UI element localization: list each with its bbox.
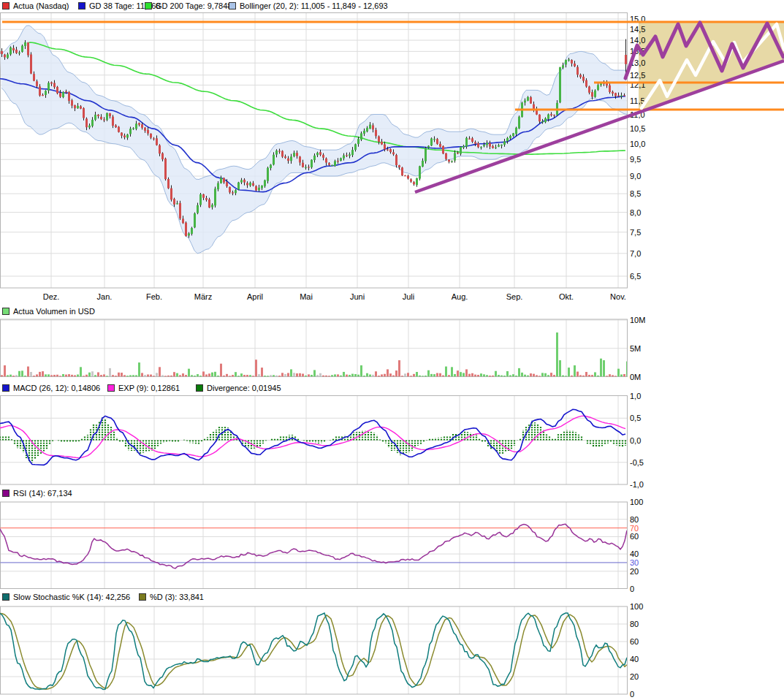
stock-chart-page: Actua (Nasdaq)GD 38 Tage: 11,668GD 200 T…	[0, 0, 784, 700]
annotation-drawing-layer	[0, 0, 784, 700]
